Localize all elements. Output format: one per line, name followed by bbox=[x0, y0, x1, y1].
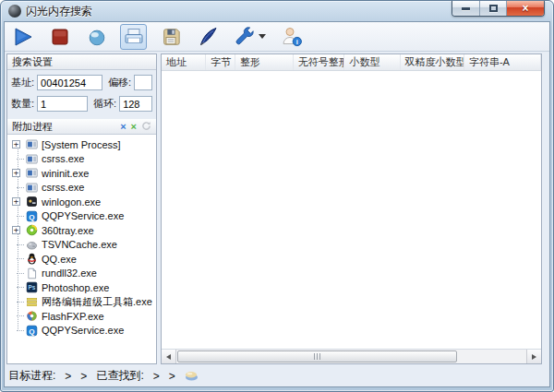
process-item[interactable]: csrss.exe bbox=[7, 152, 156, 167]
titlebar[interactable]: 闪光内存搜索 × bbox=[1, 1, 553, 21]
about-button[interactable]: i bbox=[278, 24, 305, 50]
process-name: csrss.exe bbox=[42, 182, 84, 193]
tree-connector: + bbox=[7, 169, 25, 177]
process-item[interactable]: QQQPYService.exe bbox=[7, 324, 156, 339]
process-name: QQPYService.exe bbox=[42, 325, 124, 336]
app-window: 闪光内存搜索 × i 搜索设置 基址: 偏移: bbox=[0, 0, 554, 392]
horizontal-scrollbar[interactable] bbox=[162, 349, 541, 363]
offset-input[interactable] bbox=[134, 75, 152, 90]
expand-plus-icon[interactable]: + bbox=[12, 169, 20, 177]
scan-button[interactable] bbox=[83, 24, 110, 50]
process-item[interactable]: PsPhotoshop.exe bbox=[7, 280, 156, 295]
results-table: 地址字节整形无符号整形小数型双精度小数型字符串-A bbox=[161, 53, 542, 364]
start-button[interactable] bbox=[9, 24, 36, 50]
svg-text:Q: Q bbox=[29, 213, 34, 221]
form-row-2: 数量: 循环: bbox=[11, 95, 152, 113]
stop-button[interactable] bbox=[46, 24, 73, 50]
process-name: 360tray.exe bbox=[42, 225, 94, 236]
tools-button[interactable] bbox=[231, 24, 268, 50]
qq-pinyin-icon: Q bbox=[25, 324, 38, 337]
process-item[interactable]: +360tray.exe bbox=[7, 223, 156, 238]
app-icon bbox=[25, 152, 38, 165]
status-icon bbox=[185, 371, 199, 381]
loop-input[interactable] bbox=[119, 96, 152, 112]
process-item[interactable]: csrss.exe bbox=[7, 181, 156, 196]
column-header[interactable]: 小数型 bbox=[344, 54, 400, 70]
svg-text:Q: Q bbox=[29, 327, 34, 336]
target-process-sep1: > bbox=[65, 370, 71, 383]
target-process-sep2: > bbox=[80, 370, 87, 383]
process-item[interactable]: rundll32.exe bbox=[7, 267, 156, 281]
process-item[interactable]: QQQPYService.exe bbox=[7, 209, 156, 224]
process-item[interactable]: QQ.exe bbox=[7, 252, 156, 267]
edit-button[interactable] bbox=[194, 24, 221, 50]
scroll-right-icon bbox=[532, 354, 536, 360]
process-panel-header: 附加进程 × × bbox=[7, 119, 156, 135]
process-item[interactable]: +winlogon.exe bbox=[7, 195, 156, 209]
process-item[interactable]: 网络编辑超级工具箱.exe bbox=[7, 295, 156, 310]
tree-connector bbox=[7, 187, 25, 188]
search-settings-form: 基址: 偏移: 数量: 循环: bbox=[7, 70, 156, 119]
form-row-1: 基址: 偏移: bbox=[11, 74, 152, 91]
scroll-right-button[interactable] bbox=[526, 350, 541, 363]
scrollbar-track[interactable] bbox=[176, 350, 526, 363]
process-item[interactable]: +wininit.exe bbox=[7, 166, 156, 181]
process-name: [System Process] bbox=[42, 139, 121, 150]
tree-connector bbox=[7, 302, 25, 303]
print-button[interactable] bbox=[120, 24, 147, 50]
process-name: rundll32.exe bbox=[42, 267, 97, 279]
minimize-button[interactable] bbox=[452, 1, 479, 16]
base-address-label: 基址: bbox=[11, 76, 34, 89]
left-panel: 搜索设置 基址: 偏移: 数量: 循环: bbox=[6, 53, 157, 364]
pen-icon bbox=[197, 26, 219, 48]
loop-label: 循环: bbox=[93, 97, 116, 111]
column-header[interactable]: 字节 bbox=[206, 54, 235, 70]
found-sep1: > bbox=[153, 370, 160, 383]
collapse-all-icon[interactable]: × bbox=[131, 122, 137, 132]
refresh-icon[interactable] bbox=[141, 121, 151, 133]
window-title: 闪光内存搜索 bbox=[26, 4, 92, 19]
column-header[interactable]: 字符串-A bbox=[464, 54, 541, 70]
sphere-icon bbox=[87, 27, 107, 47]
tree-connector bbox=[7, 216, 25, 217]
tree-connector: + bbox=[7, 226, 25, 234]
close-button[interactable]: × bbox=[506, 1, 544, 16]
process-item[interactable]: TSVNCache.exe bbox=[7, 238, 156, 253]
count-input[interactable] bbox=[37, 96, 88, 112]
process-item[interactable]: FlashFXP.exe bbox=[7, 309, 156, 324]
scroll-left-button[interactable] bbox=[162, 350, 176, 363]
save-button[interactable] bbox=[157, 24, 184, 50]
column-header[interactable]: 无符号整形 bbox=[294, 54, 345, 70]
table-header: 地址字节整形无符号整形小数型双精度小数型字符串-A bbox=[162, 54, 541, 71]
expand-plus-icon[interactable]: + bbox=[12, 197, 20, 206]
client-area: i 搜索设置 基址: 偏移: 数量: 循环: bbox=[4, 21, 550, 387]
dropdown-arrow-icon[interactable] bbox=[259, 34, 266, 39]
base-address-input[interactable] bbox=[37, 75, 102, 90]
expand-all-icon[interactable]: × bbox=[120, 122, 126, 132]
scrollbar-thumb[interactable] bbox=[177, 350, 457, 362]
process-name: FlashFXP.exe bbox=[42, 311, 104, 322]
expand-plus-icon[interactable]: + bbox=[12, 226, 20, 234]
status-bar: 目标进程: > > 已查找到: > > bbox=[8, 366, 546, 386]
process-name: TSVNCache.exe bbox=[42, 239, 117, 250]
column-header[interactable]: 双精度小数型 bbox=[401, 54, 464, 70]
process-name: csrss.exe bbox=[42, 153, 84, 164]
column-header[interactable]: 整形 bbox=[235, 54, 294, 70]
process-item[interactable]: +[System Process] bbox=[7, 137, 156, 152]
maximize-button[interactable] bbox=[479, 1, 506, 16]
tree-connector: + bbox=[7, 140, 25, 148]
count-label: 数量: bbox=[11, 97, 34, 111]
expand-plus-icon[interactable]: + bbox=[12, 140, 20, 148]
stop-icon bbox=[49, 26, 71, 48]
process-panel-title: 附加进程 bbox=[12, 119, 53, 134]
app-icon bbox=[25, 167, 38, 180]
flashfxp-icon bbox=[25, 310, 38, 323]
tree-connector bbox=[7, 287, 25, 288]
toolbar: i bbox=[5, 22, 549, 52]
column-header[interactable]: 地址 bbox=[162, 54, 206, 70]
tree-connector bbox=[7, 330, 25, 331]
found-sep2: > bbox=[169, 370, 175, 383]
tree-connector: + bbox=[7, 197, 25, 206]
process-name: 网络编辑超级工具箱.exe bbox=[42, 295, 152, 309]
maximize-icon bbox=[489, 5, 498, 12]
